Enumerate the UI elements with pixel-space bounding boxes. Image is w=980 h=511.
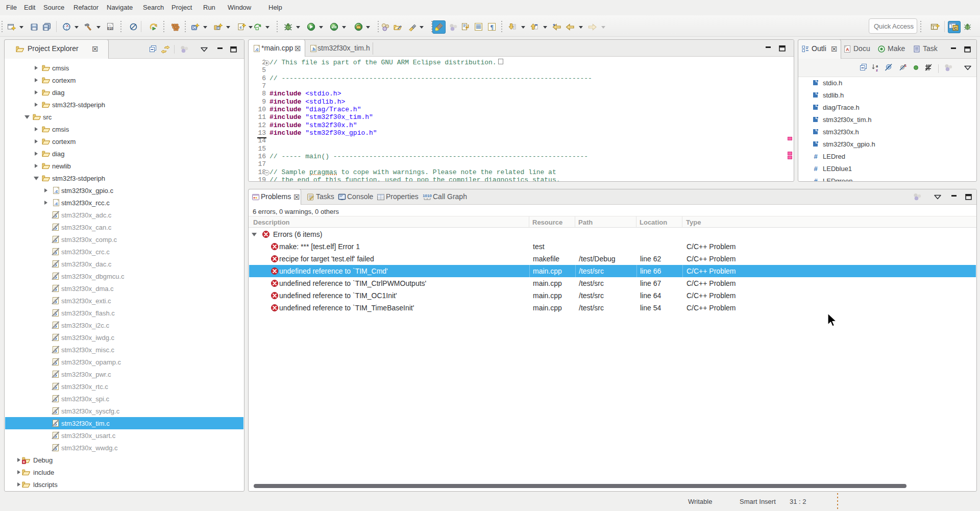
svg-text:.c: .c	[255, 47, 259, 52]
svg-text:.h: .h	[311, 47, 315, 52]
svg-text:#: #	[814, 177, 818, 182]
svg-text:#: #	[814, 153, 818, 160]
svg-text:C: C	[954, 26, 957, 31]
svg-text:#: #	[814, 165, 818, 173]
svg-text:.c: .c	[54, 189, 58, 194]
svg-text:010: 010	[108, 27, 113, 30]
svg-text:C: C	[217, 27, 219, 30]
svg-text:z: z	[876, 68, 878, 72]
svg-text:C: C	[193, 26, 195, 29]
svg-text:A: A	[846, 47, 849, 52]
svg-text:1010: 1010	[423, 193, 432, 198]
svg-text:x: x	[23, 460, 25, 464]
svg-text:.c: .c	[54, 201, 58, 206]
svg-text:c: c	[239, 25, 242, 30]
svg-text:¶: ¶	[490, 23, 493, 31]
